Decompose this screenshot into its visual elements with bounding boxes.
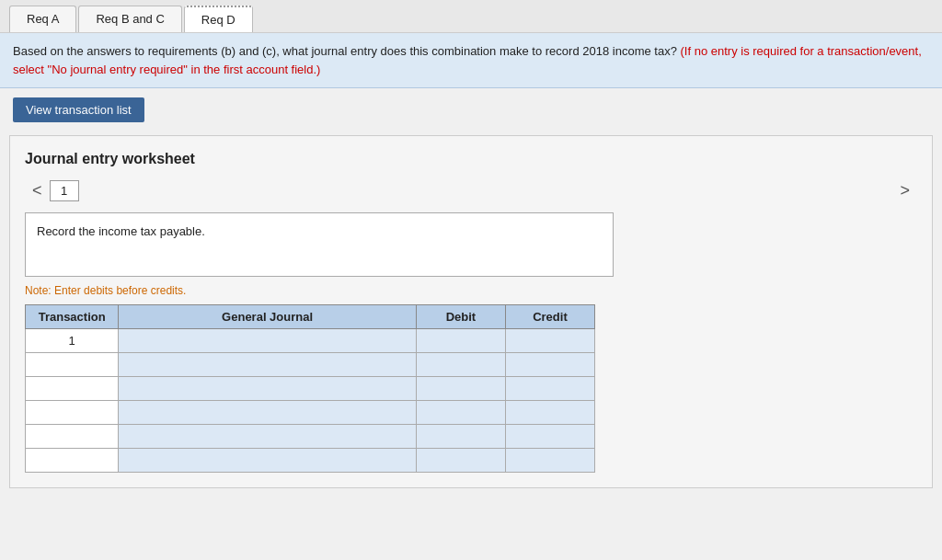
credit-input[interactable] [506,401,594,424]
journal-table: Transaction General Journal Debit Credit… [25,304,595,473]
journal-cell[interactable] [119,377,417,401]
credit-cell[interactable] [505,377,594,401]
credit-cell[interactable] [505,449,594,473]
nav-left-arrow[interactable]: < [25,181,50,200]
credit-cell[interactable] [505,401,594,425]
navigator: < 1 > [25,180,917,201]
journal-input[interactable] [119,377,416,400]
journal-cell[interactable] [119,449,417,473]
credit-input[interactable] [506,329,594,352]
credit-input[interactable] [506,449,594,472]
journal-cell[interactable] [119,401,417,425]
col-header-credit: Credit [505,305,594,329]
transaction-cell [26,353,119,377]
credit-input[interactable] [506,425,594,448]
journal-input[interactable] [119,401,416,424]
col-header-transaction: Transaction [26,305,119,329]
journal-input[interactable] [119,353,416,376]
debit-cell[interactable] [416,425,505,449]
debit-cell[interactable] [416,449,505,473]
journal-cell[interactable] [119,425,417,449]
table-row: 1 [26,329,595,353]
nav-number-box: 1 [50,180,79,201]
debit-input[interactable] [417,377,505,400]
table-row [26,425,595,449]
transaction-cell: 1 [26,329,119,353]
transaction-cell [26,401,119,425]
worksheet-container: Journal entry worksheet < 1 > Record the… [9,135,933,488]
journal-cell[interactable] [119,353,417,377]
debit-input[interactable] [417,329,505,352]
debit-cell[interactable] [416,377,505,401]
nav-right-arrow[interactable]: > [892,181,917,200]
journal-cell[interactable] [119,329,417,353]
tabs-bar: Req A Req B and C Req D [0,0,942,33]
debit-input[interactable] [417,425,505,448]
credit-cell[interactable] [505,353,594,377]
question-area: Based on the answers to requirements (b)… [0,33,942,88]
transaction-cell [26,449,119,473]
table-row [26,401,595,425]
debit-input[interactable] [417,449,505,472]
table-row [26,353,595,377]
debit-cell[interactable] [416,353,505,377]
note-text: Note: Enter debits before credits. [25,284,917,297]
view-transaction-list-button[interactable]: View transaction list [13,97,144,122]
journal-input[interactable] [119,449,416,472]
credit-cell[interactable] [505,329,594,353]
debit-input[interactable] [417,401,505,424]
credit-input[interactable] [506,377,594,400]
transaction-cell [26,425,119,449]
worksheet-title: Journal entry worksheet [25,151,917,167]
col-header-debit: Debit [416,305,505,329]
debit-cell[interactable] [416,329,505,353]
credit-cell[interactable] [505,425,594,449]
tab-req-a[interactable]: Req A [9,6,76,32]
credit-input[interactable] [506,353,594,376]
question-main-text: Based on the answers to requirements (b)… [13,44,677,58]
col-header-journal: General Journal [119,305,417,329]
debit-cell[interactable] [416,401,505,425]
tab-req-d[interactable]: Req D [184,6,253,32]
table-row [26,377,595,401]
table-row [26,449,595,473]
entry-description: Record the income tax payable. [25,212,614,277]
journal-input[interactable] [119,425,416,448]
tab-req-b-c[interactable]: Req B and C [78,6,181,32]
debit-input[interactable] [417,353,505,376]
transaction-cell [26,377,119,401]
journal-input[interactable] [119,329,416,352]
